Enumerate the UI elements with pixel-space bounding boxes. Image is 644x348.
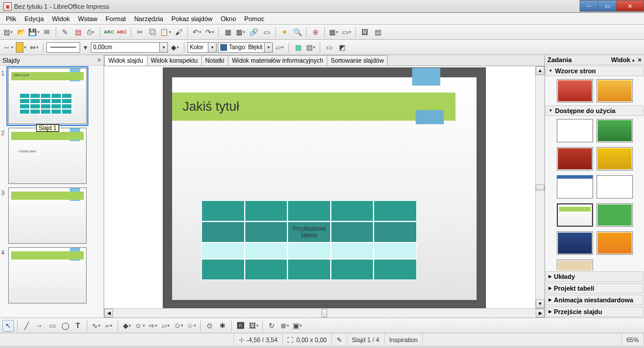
callouts-tool[interactable]: ✩ — [173, 320, 184, 332]
print-button[interactable]: ⎙ — [85, 26, 97, 38]
line-color-button[interactable] — [15, 42, 27, 53]
master-thumb[interactable] — [557, 231, 593, 255]
help-button[interactable]: ⊕ — [310, 26, 321, 38]
hyperlink-button[interactable]: 🔗 — [248, 26, 259, 38]
line-color2-button[interactable]: ◆ — [169, 42, 181, 53]
display-button[interactable]: ▭ — [341, 26, 352, 38]
section-custom-animation[interactable]: Animacja niestandardowa — [546, 295, 643, 305]
ellipse-tool[interactable]: ◯ — [59, 320, 71, 332]
symbol-shapes-tool[interactable]: ☺ — [134, 320, 146, 332]
gallery-button[interactable]: 🖼 — [359, 26, 371, 38]
dropdown-arrow-icon[interactable]: ▾ — [208, 43, 216, 52]
scroll-down-button[interactable]: ▼ — [536, 299, 544, 308]
dropdown-arrow-icon[interactable]: ▾ — [159, 43, 167, 52]
stars-tool[interactable]: ☆ — [186, 320, 197, 332]
line-style-combo[interactable] — [46, 42, 80, 53]
basic-shapes-tool[interactable]: ◆ — [121, 320, 133, 332]
navigator-button[interactable]: ✦ — [279, 26, 290, 38]
rotate-tool[interactable]: ↻ — [266, 320, 278, 332]
from-file-tool[interactable]: 🖼 — [248, 320, 259, 332]
vertical-scrollbar[interactable]: ▲ ▼ — [535, 66, 544, 308]
line-tool[interactable]: ╱ — [20, 320, 32, 332]
scroll-thumb[interactable] — [536, 185, 544, 190]
master-thumb[interactable] — [557, 119, 593, 142]
text-tool[interactable]: T — [72, 320, 84, 332]
tab-normal-view[interactable]: Widok slajdu — [104, 55, 148, 66]
status-slide-counter[interactable]: Slajd 1 / 4 — [347, 333, 385, 346]
menu-file[interactable]: Plik — [2, 14, 20, 23]
save-button[interactable]: 💾 — [28, 26, 40, 38]
master-thumb[interactable] — [597, 119, 633, 142]
status-zoom[interactable]: 65% — [622, 333, 644, 346]
horizontal-scrollbar[interactable]: ◀ ▶ — [104, 308, 544, 318]
zoom-button[interactable]: 🔍 — [292, 26, 303, 38]
scroll-up-button[interactable]: ▲ — [536, 66, 544, 75]
block-arrows-tool[interactable]: ⇨ — [147, 320, 159, 332]
master-thumb[interactable] — [557, 175, 593, 199]
tab-outline-view[interactable]: Widok konspektu — [147, 55, 202, 66]
table-button[interactable]: ▦ — [235, 26, 246, 38]
scroll-thumb[interactable] — [321, 309, 327, 318]
master-thumb[interactable] — [597, 231, 633, 255]
slides-panel-close-button[interactable]: × — [97, 56, 101, 64]
area-style-combo[interactable]: Kolor ▾ — [187, 42, 217, 53]
edit-button[interactable]: ✎ — [59, 26, 71, 38]
tasks-view-dropdown-icon[interactable]: ▾ — [632, 59, 636, 63]
master-thumb[interactable] — [597, 79, 633, 103]
tab-notes-view[interactable]: Notatki — [201, 55, 229, 66]
flowchart-tool[interactable]: ▱ — [160, 320, 172, 332]
section-transition[interactable]: Przejście slajdu — [546, 306, 643, 317]
menu-format[interactable]: Format — [102, 14, 129, 23]
extrude-button[interactable]: ◩ — [336, 42, 348, 53]
select-tool[interactable]: ↖ — [2, 320, 14, 332]
menu-help[interactable]: Pomoc — [241, 14, 268, 23]
arrow-style-button[interactable]: ↔ — [2, 42, 14, 53]
scroll-left-button[interactable]: ◀ — [104, 309, 113, 318]
window-minimize-button[interactable]: ─ — [580, 0, 598, 12]
section-available[interactable]: Dostępne do użycia — [546, 105, 643, 116]
datasources-button[interactable]: ▤ — [372, 26, 383, 38]
grid-button[interactable]: ▦ — [328, 26, 340, 38]
tab-handout-view[interactable]: Widok materiałów informacyjnych — [228, 55, 327, 66]
master-thumb[interactable] — [597, 203, 633, 227]
open-button[interactable]: 📂 — [15, 26, 27, 38]
fontwork-tool[interactable]: 🅰 — [235, 320, 246, 332]
points-tool[interactable]: ⊙ — [204, 320, 215, 332]
menu-slideshow[interactable]: Pokaz slajdów — [168, 14, 216, 23]
slide-canvas[interactable]: Jakiś tytuł Przykładowa tabela ▲ ▼ — [104, 66, 544, 308]
slide-layout-button[interactable]: ▦ — [292, 42, 304, 53]
tasks-view-menu[interactable]: Widok — [611, 56, 631, 63]
window-close-button[interactable]: ✕ — [616, 0, 644, 12]
master-thumb[interactable] — [557, 79, 593, 103]
pdf-export-button[interactable]: ▤ — [72, 26, 84, 38]
connector-tool[interactable]: ⌐ — [103, 320, 115, 332]
section-table-design[interactable]: Projekt tabeli — [546, 283, 643, 294]
insert-slide-button[interactable]: ▭ — [323, 42, 335, 53]
menu-tools[interactable]: Narzędzia — [131, 14, 167, 23]
gluepoints-tool[interactable]: ✱ — [217, 320, 228, 332]
menu-insert[interactable]: Wstaw — [74, 14, 101, 23]
arrow-ends-button[interactable]: ⇔ — [28, 42, 40, 53]
line-style-dropdown[interactable]: ▾ — [81, 42, 90, 53]
scroll-right-button[interactable]: ▶ — [536, 309, 544, 318]
chart-button[interactable]: ▦ — [222, 26, 234, 38]
arrange-tool[interactable]: ▣ — [292, 320, 303, 332]
window-maximize-button[interactable]: ▭ — [598, 0, 616, 12]
slide-title-placeholder[interactable]: Jakiś tytuł — [172, 93, 455, 121]
status-template[interactable]: Inspiration — [385, 333, 423, 346]
area-fill-combo[interactable]: Tango: Błękit ni ▾ — [218, 42, 273, 53]
cut-button[interactable]: ✂ — [134, 26, 146, 38]
slide-table[interactable]: Przykładowa tabela — [201, 200, 417, 280]
master-thumb[interactable] — [557, 147, 593, 170]
current-slide[interactable]: Jakiś tytuł Przykładowa tabela — [172, 77, 477, 300]
menu-edit[interactable]: Edycja — [21, 14, 47, 23]
tasks-panel-close-button[interactable]: × — [638, 56, 642, 63]
format-paintbrush-button[interactable]: 🖌 — [173, 26, 184, 38]
master-thumb[interactable] — [597, 147, 633, 170]
line-width-field[interactable]: 0,00cm ▾ — [91, 42, 168, 53]
email-button[interactable]: ✉ — [41, 26, 53, 38]
autospellcheck-button[interactable]: ABC — [116, 26, 128, 38]
slide-design-button[interactable]: ▤ — [305, 42, 317, 53]
new-doc-button[interactable]: ▤ — [2, 26, 14, 38]
undo-button[interactable]: ↶ — [191, 26, 203, 38]
